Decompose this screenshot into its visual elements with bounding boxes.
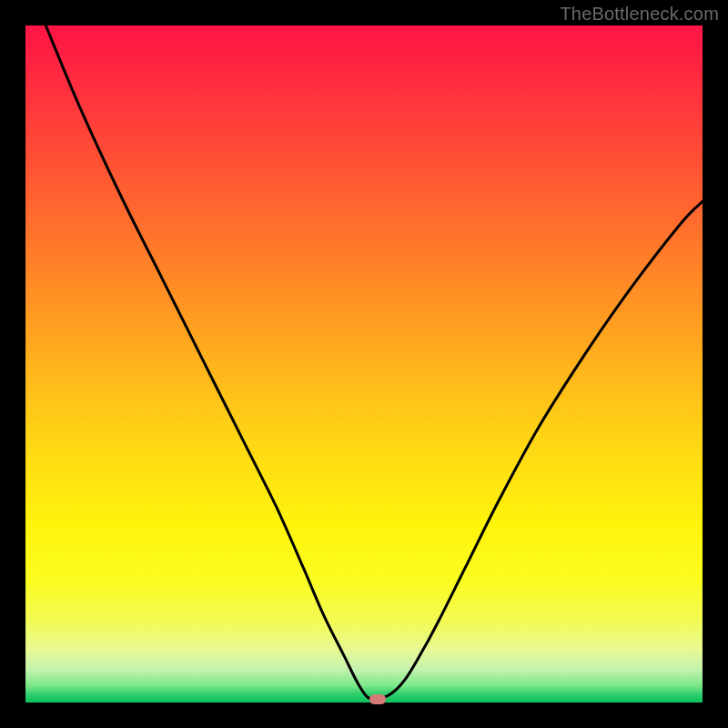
watermark-text: TheBottleneck.com [560, 4, 719, 25]
chart-frame: TheBottleneck.com [0, 0, 728, 728]
plot-area [25, 25, 703, 703]
bottleneck-curve [25, 25, 703, 703]
optimal-point-marker [369, 694, 386, 704]
